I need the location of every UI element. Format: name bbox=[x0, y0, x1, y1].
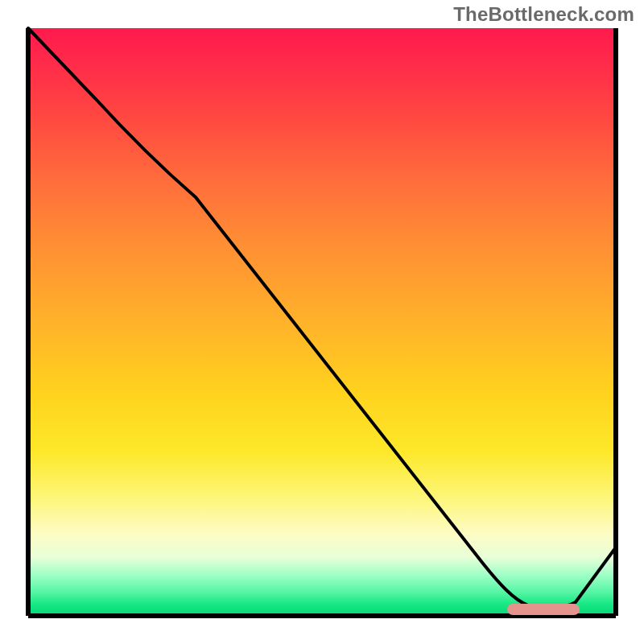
optimal-marker bbox=[507, 604, 580, 615]
axes bbox=[28, 28, 616, 616]
chart-overlay bbox=[0, 0, 644, 644]
curve-line bbox=[28, 28, 616, 608]
chart-container: TheBottleneck.com bbox=[0, 0, 644, 644]
